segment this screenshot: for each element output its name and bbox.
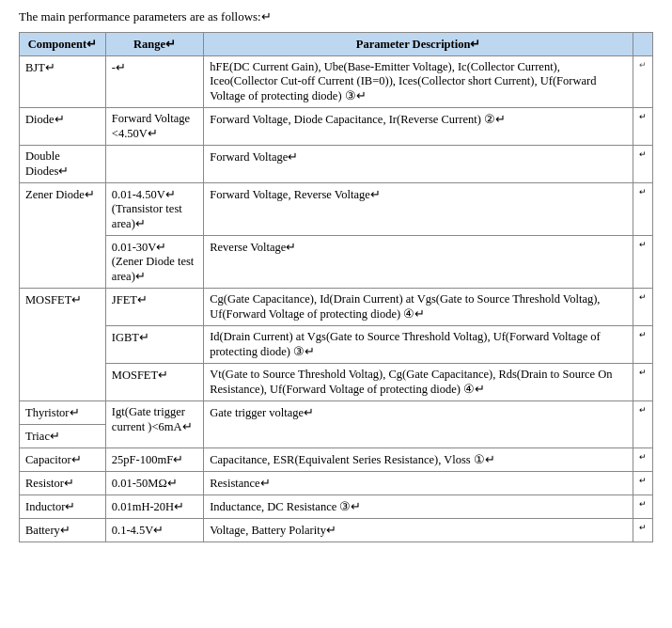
- cell-range: JFET↵: [105, 289, 203, 326]
- cell-description: Cg(Gate Capacitance), Id(Drain Current) …: [204, 289, 633, 326]
- table-row: Double Diodes↵ Forward Voltage↵ ↵: [20, 146, 653, 183]
- cell-edit: ↵: [633, 472, 653, 495]
- cell-range: [105, 146, 203, 183]
- cell-description: Vt(Gate to Source Threshold Voltag), Cg(…: [204, 364, 633, 401]
- cell-component: Capacitor↵: [20, 448, 106, 472]
- cell-edit: ↵: [633, 495, 653, 519]
- cell-edit: ↵: [633, 448, 653, 472]
- table-row: Resistor↵ 0.01-50MΩ↵ Resistance↵ ↵: [20, 472, 653, 495]
- cell-edit: ↵: [633, 56, 653, 108]
- header-component: Component↵: [20, 33, 106, 56]
- cell-component: Double Diodes↵: [20, 146, 106, 183]
- table-row: Capacitor↵ 25pF-100mF↵ Capacitance, ESR(…: [20, 448, 653, 472]
- header-description: Parameter Description↵: [204, 33, 633, 56]
- cell-description: Forward Voltage↵: [204, 146, 633, 183]
- cell-range: Forward Voltage <4.50V↵: [105, 108, 203, 146]
- cell-description: Reverse Voltage↵: [204, 236, 633, 289]
- cell-edit: ↵: [633, 326, 653, 364]
- intro-text: The main performance parameters are as f…: [19, 9, 653, 24]
- cell-component: Resistor↵: [20, 472, 106, 495]
- cell-description: Inductance, DC Resistance ③↵: [204, 495, 633, 519]
- cell-range: 0.1-4.5V↵: [105, 519, 203, 542]
- table-row: Thyristor↵ Igt(Gate triggercurrent )<6mA…: [20, 401, 653, 425]
- cell-description: Voltage, Battery Polarity↵: [204, 519, 633, 542]
- cell-description: Forward Voltage, Diode Capacitance, Ir(R…: [204, 108, 633, 146]
- cell-edit: ↵: [633, 364, 653, 401]
- cell-component: Battery↵: [20, 519, 106, 542]
- cell-edit: ↵: [633, 236, 653, 289]
- cell-edit: ↵: [633, 289, 653, 326]
- header-range: Range↵: [105, 33, 203, 56]
- table-row: 0.01-30V↵(Zener Diode test area)↵ Revers…: [20, 236, 653, 289]
- cell-edit: ↵: [633, 183, 653, 236]
- table-row: Battery↵ 0.1-4.5V↵ Voltage, Battery Pola…: [20, 519, 653, 542]
- cell-description: Id(Drain Current) at Vgs(Gate to Source …: [204, 326, 633, 364]
- cell-edit: ↵: [633, 146, 653, 183]
- header-edit: [633, 33, 653, 56]
- cell-description: hFE(DC Current Gain), Ube(Base-Emitter V…: [204, 56, 633, 108]
- cell-component: Zener Diode↵: [20, 183, 106, 289]
- table-row: MOSFET↵ JFET↵ Cg(Gate Capacitance), Id(D…: [20, 289, 653, 326]
- cell-description: Gate trigger voltage↵: [204, 401, 633, 448]
- table-row: MOSFET↵ Vt(Gate to Source Threshold Volt…: [20, 364, 653, 401]
- table-row: Inductor↵ 0.01mH-20H↵ Inductance, DC Res…: [20, 495, 653, 519]
- cell-range: MOSFET↵: [105, 364, 203, 401]
- parameters-table: Component↵ Range↵ Parameter Description↵…: [19, 32, 653, 542]
- cell-edit: ↵: [633, 519, 653, 542]
- table-row: Diode↵ Forward Voltage <4.50V↵ Forward V…: [20, 108, 653, 146]
- table-row: IGBT↵ Id(Drain Current) at Vgs(Gate to S…: [20, 326, 653, 364]
- cell-range: -↵: [105, 56, 203, 108]
- cell-range: IGBT↵: [105, 326, 203, 364]
- cell-component: Inductor↵: [20, 495, 106, 519]
- cell-description: Capacitance, ESR(Equivalent Series Resis…: [204, 448, 633, 472]
- table-row: Zener Diode↵ 0.01-4.50V↵(Transistor test…: [20, 183, 653, 236]
- cell-component: Triac↵: [20, 425, 106, 448]
- cell-range: Igt(Gate triggercurrent )<6mA↵: [105, 401, 203, 448]
- table-row: BJT↵ -↵ hFE(DC Current Gain), Ube(Base-E…: [20, 56, 653, 108]
- cell-range: 0.01-50MΩ↵: [105, 472, 203, 495]
- cell-range: 0.01-30V↵(Zener Diode test area)↵: [105, 236, 203, 289]
- cell-range: 0.01mH-20H↵: [105, 495, 203, 519]
- cell-range: 0.01-4.50V↵(Transistor test area)↵: [105, 183, 203, 236]
- cell-description: Forward Voltage, Reverse Voltage↵: [204, 183, 633, 236]
- cell-edit: ↵: [633, 108, 653, 146]
- cell-range: 25pF-100mF↵: [105, 448, 203, 472]
- cell-edit: ↵: [633, 401, 653, 448]
- cell-component: BJT↵: [20, 56, 106, 108]
- cell-component: Diode↵: [20, 108, 106, 146]
- cell-component: MOSFET↵: [20, 289, 106, 401]
- cell-component: Thyristor↵: [20, 401, 106, 425]
- cell-description: Resistance↵: [204, 472, 633, 495]
